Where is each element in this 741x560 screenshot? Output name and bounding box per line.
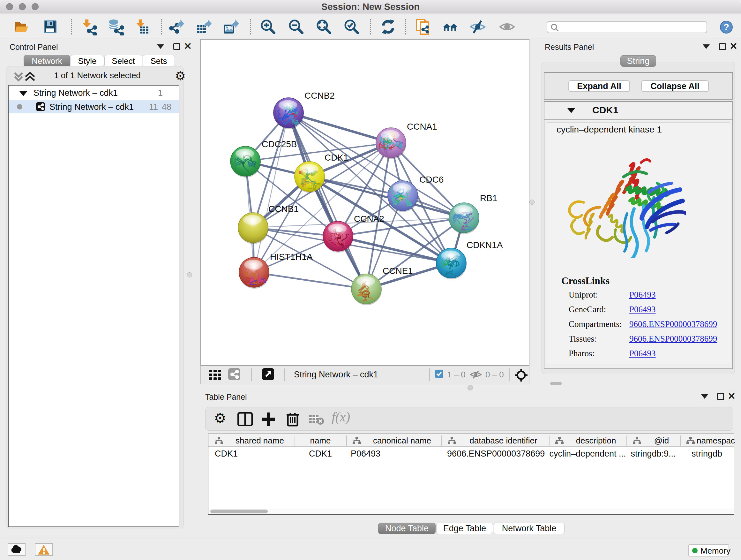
svg-text:CCNE1: CCNE1 bbox=[383, 266, 413, 276]
svg-text:CDK1: CDK1 bbox=[325, 152, 348, 163]
svg-text:CCNA1: CCNA1 bbox=[407, 122, 437, 132]
svg-text:CCNB1: CCNB1 bbox=[268, 204, 299, 214]
svg-text:CDC25B: CDC25B bbox=[262, 139, 297, 149]
svg-text:CCNB2: CCNB2 bbox=[305, 91, 335, 101]
svg-text:RB1: RB1 bbox=[480, 193, 497, 203]
svg-text:HIST1H1A: HIST1H1A bbox=[270, 252, 313, 262]
svg-text:CDC6: CDC6 bbox=[419, 175, 444, 185]
svg-text:CCNA2: CCNA2 bbox=[354, 214, 384, 224]
svg-text:CDKN1A: CDKN1A bbox=[467, 240, 503, 250]
